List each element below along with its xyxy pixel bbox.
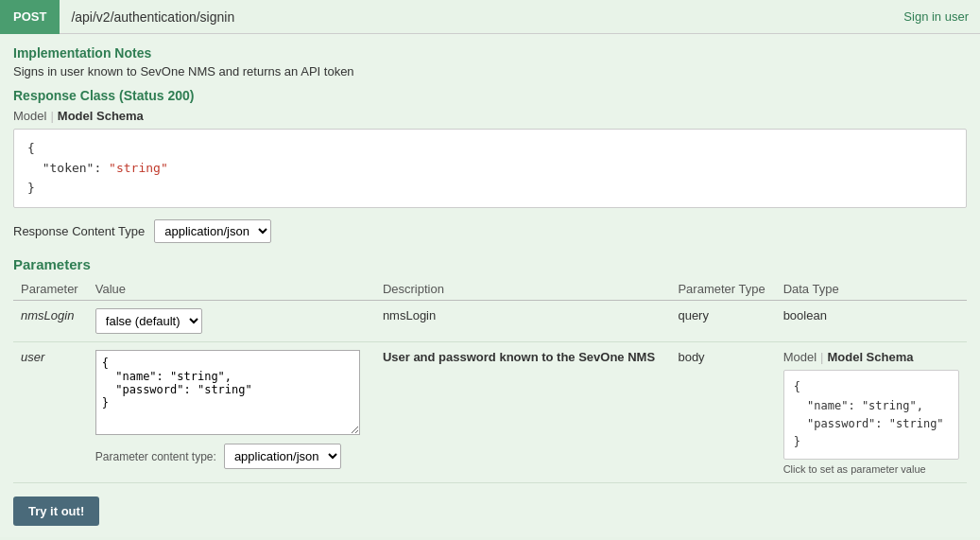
response-class-title: Response Class (Status 200) — [13, 88, 967, 103]
endpoint-path: /api/v2/authentication/signin — [60, 9, 892, 25]
parameters-table: Parameter Value Description Parameter Ty… — [13, 278, 967, 483]
col-description: Description — [375, 278, 671, 301]
table-row: nmsLogin false (default) true nmsLogin q… — [13, 301, 967, 342]
col-parameter-type: Parameter Type — [670, 278, 775, 301]
user-model-schema-label[interactable]: Model Schema — [827, 350, 913, 364]
col-parameter: Parameter — [13, 278, 88, 301]
param-content-type-row: Parameter content type: application/json — [95, 444, 368, 469]
table-row: user { "name": "string", "password": "st… — [13, 342, 967, 483]
model-label[interactable]: Model — [13, 109, 46, 123]
nmslogin-parameter-type: query — [678, 308, 709, 322]
user-model-tabs: Model | Model Schema — [783, 350, 959, 364]
model-tabs: Model | Model Schema — [13, 109, 967, 123]
user-content-type-select[interactable]: application/json — [224, 444, 341, 469]
post-badge: POST — [0, 0, 60, 34]
param-ct-label: Parameter content type: — [95, 450, 216, 463]
sign-in-link[interactable]: Sign in user — [892, 9, 980, 24]
user-value-textarea[interactable]: { "name": "string", "password": "string"… — [95, 350, 360, 435]
nmslogin-data-type: boolean — [783, 308, 827, 322]
user-description: User and password known to the SevOne NM… — [383, 350, 655, 364]
param-name-user: user — [21, 350, 44, 364]
col-data-type: Data Type — [776, 278, 967, 301]
response-content-type-row: Response Content Type application/json — [13, 219, 967, 243]
click-hint: Click to set as parameter value — [783, 463, 959, 475]
param-name-nmslogin: nmsLogin — [21, 308, 74, 322]
user-model-label[interactable]: Model — [783, 350, 817, 364]
main-content: Implementation Notes Signs in user known… — [0, 34, 980, 537]
col-value: Value — [88, 278, 375, 301]
user-parameter-type: body — [678, 350, 704, 364]
response-content-type-select[interactable]: application/json — [154, 219, 271, 243]
try-it-out-button[interactable]: Try it out! — [13, 496, 99, 526]
model-schema-label[interactable]: Model Schema — [58, 109, 144, 123]
implementation-notes-title: Implementation Notes — [13, 45, 967, 61]
user-schema-code-box[interactable]: { "name": "string", "password": "string"… — [783, 370, 959, 460]
response-ct-label: Response Content Type — [13, 224, 145, 238]
header-bar: POST /api/v2/authentication/signin Sign … — [0, 0, 980, 34]
nmslogin-value-select[interactable]: false (default) true — [95, 308, 202, 334]
nmslogin-description: nmsLogin — [383, 308, 436, 322]
implementation-notes-desc: Signs in user known to SevOne NMS and re… — [13, 64, 967, 78]
parameters-title: Parameters — [13, 256, 967, 272]
response-code-box: { "token": "string" } — [13, 129, 967, 208]
